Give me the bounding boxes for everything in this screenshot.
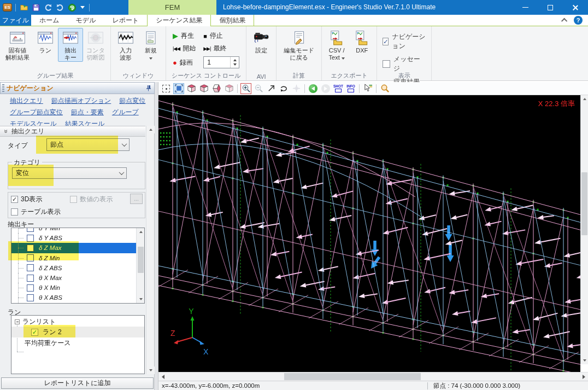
viewport-hscrollbar[interactable] bbox=[158, 372, 588, 381]
scroll-right-icon[interactable] bbox=[583, 375, 585, 379]
tab-model[interactable]: モデル bbox=[68, 15, 104, 26]
category-dropdown[interactable]: 変位 bbox=[12, 167, 127, 179]
tab-home[interactable]: ホーム bbox=[31, 15, 68, 26]
link-extract-query[interactable]: 抽出クエリ bbox=[10, 96, 43, 106]
input-waveform-button[interactable]: 入力 波形 bbox=[113, 28, 138, 62]
3d-display-checkbox[interactable]: ✓3D表示 bbox=[11, 195, 42, 204]
link-group[interactable]: グループ bbox=[112, 108, 139, 117]
update-icon[interactable] bbox=[67, 3, 77, 13]
screenshot-icon[interactable]: SHOT bbox=[333, 83, 344, 94]
scroll-thumb[interactable] bbox=[581, 172, 587, 235]
orbit-icon[interactable] bbox=[278, 83, 289, 94]
eigen-results-button[interactable]: 固有値 解析結果 bbox=[2, 28, 33, 62]
scroll-up-icon[interactable] bbox=[139, 231, 143, 233]
view-back-icon[interactable] bbox=[308, 83, 319, 94]
list-item[interactable]: θ X Max bbox=[11, 273, 144, 283]
scroll-down-icon[interactable] bbox=[583, 359, 586, 362]
export-dxf-button[interactable]: DXF bbox=[349, 28, 374, 62]
list-item[interactable]: δ Z ABS bbox=[11, 263, 144, 273]
stop-button[interactable]: ■停止 bbox=[203, 31, 239, 40]
extract-query-section-header[interactable]: » 抽出クエリ bbox=[0, 126, 145, 137]
view-iso-1-icon[interactable] bbox=[186, 83, 197, 94]
tree-item-run-list[interactable]: ランリスト bbox=[11, 316, 144, 327]
link-node-element[interactable]: 節点・要素 bbox=[71, 108, 104, 117]
frame-spinner[interactable]: 1 bbox=[203, 56, 239, 68]
scroll-thumb[interactable] bbox=[284, 373, 421, 380]
list-item[interactable]: δ Z Min bbox=[11, 253, 144, 263]
zoom-out-icon[interactable] bbox=[253, 83, 264, 94]
rotate-center-icon[interactable] bbox=[291, 83, 302, 94]
save-icon[interactable] bbox=[31, 3, 41, 13]
view-iso-2-icon[interactable] bbox=[198, 83, 209, 94]
scroll-up-icon[interactable] bbox=[149, 129, 152, 131]
checkbox-unchecked-icon bbox=[11, 208, 18, 216]
scroll-thumb[interactable] bbox=[138, 247, 144, 273]
fit-view-icon[interactable] bbox=[161, 83, 172, 94]
scroll-up-icon[interactable] bbox=[583, 98, 586, 100]
run-results-button[interactable]: ラン bbox=[33, 28, 58, 62]
type-dropdown[interactable]: 節点 bbox=[46, 138, 130, 151]
tab-report[interactable]: レポート bbox=[104, 15, 147, 26]
collapse-ribbon-icon[interactable] bbox=[561, 18, 567, 24]
link-node-draw-options[interactable]: 節点描画オプション bbox=[51, 96, 111, 106]
list-item[interactable]: θ X Min bbox=[11, 283, 144, 293]
tab-file[interactable]: ファイル bbox=[0, 15, 31, 26]
help-icon[interactable]: ? bbox=[574, 16, 583, 25]
message-checkbox[interactable]: メッセージ bbox=[383, 55, 426, 73]
add-to-report-list-button[interactable]: レポートリストに追加 bbox=[1, 377, 154, 389]
view-iso-3-icon[interactable] bbox=[211, 83, 222, 94]
play-button[interactable]: ▶再生 bbox=[173, 31, 196, 40]
link-node-displacement[interactable]: 節点変位 bbox=[119, 96, 145, 106]
zoom-extents-icon[interactable] bbox=[173, 83, 184, 94]
info-capture-icon[interactable]: INFO bbox=[345, 83, 356, 94]
list-item-selected[interactable]: δ Z Max bbox=[11, 243, 144, 253]
numeric-options-button[interactable]: ... bbox=[130, 194, 143, 204]
list-item[interactable]: δ Y Min bbox=[11, 228, 144, 233]
go-last-button[interactable]: ▶▶|最終 bbox=[203, 44, 239, 53]
list-item[interactable]: θ X ABS bbox=[11, 293, 144, 302]
spin-up-icon[interactable] bbox=[233, 59, 237, 61]
numeric-display-checkbox[interactable]: 数値の表示 bbox=[70, 195, 113, 204]
redo-icon[interactable] bbox=[55, 3, 65, 13]
spin-down-icon[interactable] bbox=[233, 63, 237, 66]
tab-individual-results[interactable]: 個別結果 bbox=[210, 15, 254, 26]
zoom-in-icon[interactable] bbox=[240, 83, 251, 94]
tree-collapse-icon[interactable] bbox=[15, 319, 20, 324]
qat-customize-dropdown-icon[interactable] bbox=[80, 6, 85, 9]
pin-icon[interactable] bbox=[144, 84, 152, 92]
list-item[interactable]: δ Y ABS bbox=[11, 233, 144, 243]
navigation-checkbox[interactable]: ✓ナビゲーション bbox=[383, 32, 426, 51]
scroll-down-icon[interactable] bbox=[139, 298, 143, 300]
contour-section-button[interactable]: コンタ 切断図 bbox=[83, 28, 108, 62]
table-display-checkbox[interactable]: テーブル表示 bbox=[11, 207, 61, 217]
list-scrollbar[interactable] bbox=[136, 228, 144, 303]
close-button[interactable] bbox=[563, 0, 588, 15]
undo-icon[interactable] bbox=[43, 3, 53, 13]
link-group-node-displacement[interactable]: グループ節点変位 bbox=[10, 108, 63, 117]
view-iso-4-icon[interactable] bbox=[224, 83, 234, 94]
minimize-button[interactable] bbox=[513, 0, 538, 15]
export-csv-button[interactable]: CSV / Text bbox=[324, 28, 349, 62]
record-button[interactable]: ●録画 bbox=[173, 58, 196, 67]
avi-settings-button[interactable]: 設定 bbox=[249, 28, 274, 62]
maximize-button[interactable] bbox=[538, 0, 563, 15]
pick-info-icon[interactable] bbox=[362, 83, 373, 94]
return-edit-mode-button[interactable]: 編集モード に戻る bbox=[279, 28, 319, 62]
panel-splitter[interactable] bbox=[155, 82, 158, 390]
tree-item-run-2[interactable]: ✓ ラン 2 bbox=[11, 327, 144, 337]
tab-sequence-results[interactable]: シーケンス結果 bbox=[147, 15, 210, 26]
open-file-icon[interactable] bbox=[19, 3, 29, 13]
view-forward-icon[interactable] bbox=[320, 83, 331, 94]
panel-scrollbar[interactable] bbox=[146, 126, 154, 374]
tree-item-avg-load-case[interactable]: 平均荷重ケース bbox=[11, 337, 144, 348]
scroll-down-icon[interactable] bbox=[149, 369, 152, 371]
go-first-button[interactable]: |◀◀開始 bbox=[173, 44, 196, 53]
search-zoom-icon[interactable] bbox=[379, 83, 390, 94]
new-window-button[interactable]: 新規 bbox=[138, 28, 163, 62]
extract-key-button[interactable]: 抽出 キー bbox=[58, 28, 83, 62]
model-canvas[interactable]: Y Z X X 22.3 倍率 bbox=[158, 95, 580, 372]
app-logo-icon[interactable]: ES bbox=[3, 3, 12, 11]
viewport-vscrollbar[interactable] bbox=[580, 95, 588, 364]
pan-icon[interactable] bbox=[266, 83, 277, 94]
scroll-left-icon[interactable] bbox=[162, 375, 164, 379]
